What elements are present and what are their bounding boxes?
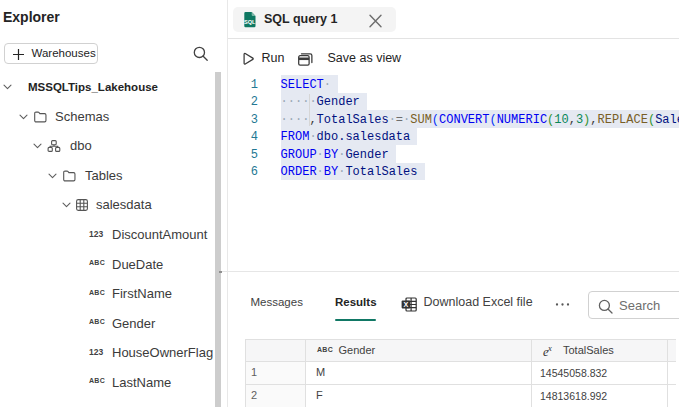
- svg-text:X: X: [404, 300, 409, 309]
- svg-text:SQL: SQL: [244, 19, 256, 25]
